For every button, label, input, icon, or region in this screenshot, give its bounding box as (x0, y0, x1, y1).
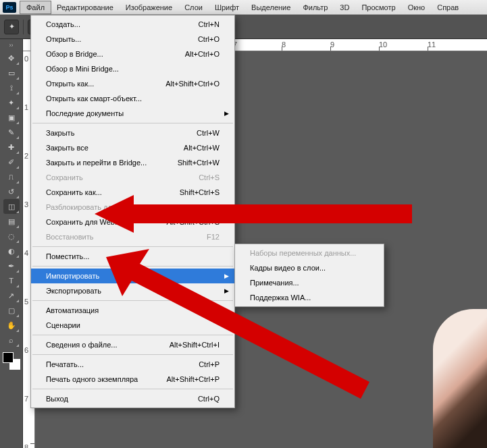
separator (23, 20, 24, 34)
blur-tool[interactable]: ◌ (3, 229, 20, 244)
menu-item-shortcut: Ctrl+O (191, 35, 220, 43)
annotation-arrow-1 (95, 191, 419, 245)
color-swatches[interactable] (3, 352, 20, 370)
menu-item-label: Сохранить как... (46, 188, 102, 196)
hand-tool[interactable]: ✋ (3, 318, 20, 333)
tool-preset-icon[interactable]: ✦ (4, 20, 19, 34)
stamp-tool[interactable]: ⎍ (3, 169, 20, 184)
ruler-label: 10 (379, 40, 387, 49)
menu-separator (32, 123, 233, 123)
heal-tool[interactable]: ✚ (3, 140, 20, 155)
dodge-tool[interactable]: ◐ (3, 244, 20, 258)
toolbox-grip-icon[interactable]: ›› (9, 42, 14, 49)
ruler-label: 4 (24, 249, 28, 257)
menu-item-label: Сохранить (46, 173, 83, 181)
ruler-label: 0 (24, 55, 28, 63)
menu-item-shortcut: Ctrl+N (192, 20, 220, 28)
menu-item[interactable]: Открыть как...Alt+Shift+Ctrl+O (31, 76, 234, 91)
menu-item[interactable]: Создать...Ctrl+N (31, 17, 234, 32)
pen-tool[interactable]: ✒ (3, 258, 20, 273)
menu-item-shortcut: Alt+Shift+Ctrl+O (159, 80, 220, 88)
menubar-item[interactable]: Фильтр (297, 1, 334, 13)
menubar-item[interactable]: Слои (178, 1, 209, 13)
annotation-arrow-2 (106, 249, 376, 404)
menu-item[interactable]: Последние документы▶ (31, 106, 234, 121)
menu-item[interactable]: ЗакрытьCtrl+W (31, 125, 234, 140)
ruler-label: 11 (428, 40, 436, 49)
toolbox: ›› ✥▭⟟✦▣✎✚✐⎍↺◫▤◌◐✒T↗▢✋⌕ (0, 39, 23, 448)
marquee-tool[interactable]: ▭ (3, 65, 20, 80)
history-tool[interactable]: ↺ (3, 184, 20, 199)
menu-item-label: Восстановить (46, 233, 93, 241)
submenu-arrow-icon: ▶ (224, 110, 229, 117)
menu-item-label: Открыть... (46, 35, 81, 43)
crop-tool[interactable]: ▣ (3, 110, 20, 125)
menu-item: СохранитьCtrl+S (31, 170, 234, 185)
menu-item[interactable]: Обзор в Mini Bridge... (31, 61, 234, 76)
menubar-item[interactable]: 3D (334, 1, 355, 13)
menu-item-shortcut: Alt+Ctrl+W (177, 144, 220, 152)
menu-item-label: Открыть как смарт-объект... (46, 94, 142, 103)
type-tool[interactable]: T (3, 273, 20, 288)
wand-tool[interactable]: ✦ (3, 95, 20, 110)
menu-item-shortcut: Alt+Ctrl+O (178, 50, 220, 58)
menu-item-label: Сценарии (46, 321, 80, 329)
menubar-item[interactable]: Просмотр (355, 1, 401, 13)
menu-item[interactable]: Открыть...Ctrl+O (31, 32, 234, 47)
ruler-label: 3 (24, 200, 28, 208)
menu-item[interactable]: Открыть как смарт-объект... (31, 91, 234, 106)
ruler-label: 8 (24, 443, 28, 448)
menubar-item[interactable]: Шрифт (209, 1, 245, 13)
ruler-label: 7 (24, 395, 28, 403)
menubar-item[interactable]: Справ (431, 1, 465, 13)
menu-item-label: Обзор в Bridge... (46, 50, 103, 58)
menu-item-label: Экспортировать (46, 287, 101, 295)
ruler-label: 5 (24, 298, 28, 306)
menu-item-label: Импортировать (46, 272, 99, 280)
eyedrop-tool[interactable]: ✎ (3, 125, 20, 140)
menu-item-label: Создать... (46, 20, 80, 28)
menu-item-label: Автоматизация (46, 306, 99, 314)
rect-tool[interactable]: ▢ (3, 303, 20, 318)
menu-item-shortcut: Ctrl+S (192, 173, 220, 181)
menu-item-label: Закрыть и перейти в Bridge... (46, 159, 147, 167)
menubar-item[interactable]: Файл (20, 1, 51, 13)
menu-item-label: Последние документы (46, 109, 124, 117)
menubar: Ps ФайлРедактированиеИзображениеСлоиШриф… (0, 0, 487, 15)
ruler-label: 6 (24, 346, 28, 354)
menu-item-label: Закрыть (46, 129, 74, 137)
menubar-item[interactable]: Выделение (245, 1, 297, 13)
menu-item[interactable]: Обзор в Bridge...Alt+Ctrl+O (31, 47, 234, 61)
ruler-label: 2 (24, 152, 28, 160)
zoom-tool[interactable]: ⌕ (3, 333, 20, 347)
svg-marker-1 (106, 249, 369, 399)
menu-item[interactable]: Закрыть всеAlt+Ctrl+W (31, 140, 234, 155)
menubar-item[interactable]: Окно (402, 1, 432, 13)
gradient-tool[interactable]: ▤ (3, 214, 20, 229)
menu-item-label: Закрыть все (46, 144, 88, 152)
foreground-swatch[interactable] (3, 352, 14, 363)
move-tool[interactable]: ✥ (3, 51, 20, 65)
menu-item-label: Открыть как... (46, 80, 94, 88)
app-badge: Ps (3, 2, 16, 13)
menu-item-label: Печатать... (46, 360, 84, 368)
path-tool[interactable]: ↗ (3, 288, 20, 303)
menu-item-shortcut: Shift+Ctrl+W (171, 159, 220, 167)
eraser-tool[interactable]: ◫ (3, 199, 20, 214)
menubar-item[interactable]: Редактирование (51, 1, 120, 13)
brush-tool[interactable]: ✐ (3, 155, 20, 169)
menubar-item[interactable]: Изображение (120, 1, 178, 13)
menu-item-label: Выход (46, 395, 68, 403)
svg-marker-0 (95, 195, 412, 233)
menu-item-shortcut: Ctrl+W (190, 129, 220, 137)
menu-item-label: Обзор в Mini Bridge... (46, 65, 119, 73)
ruler-label: 1 (24, 103, 28, 111)
document-image[interactable] (433, 309, 487, 448)
menu-item-label: Поместить... (46, 252, 89, 260)
menu-item[interactable]: Закрыть и перейти в Bridge...Shift+Ctrl+… (31, 155, 234, 170)
menu-separator (32, 246, 233, 247)
lasso-tool[interactable]: ⟟ (3, 80, 20, 95)
